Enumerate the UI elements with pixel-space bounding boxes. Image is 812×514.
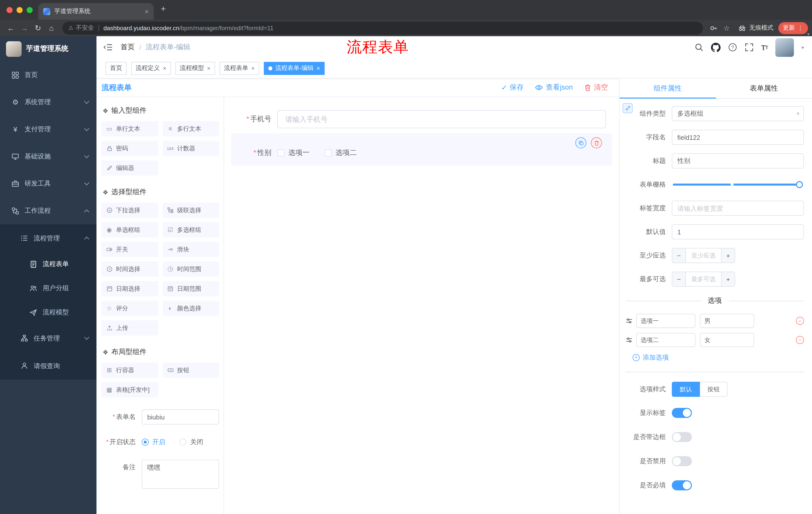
toolbar-caret-icon[interactable]: ▾ (807, 32, 810, 37)
tab-component-props[interactable]: 组件属性 (619, 78, 716, 98)
update-browser-button[interactable]: 更新 ⋮ (778, 22, 808, 34)
search-icon[interactable] (694, 43, 703, 52)
sidebar-item-payment[interactable]: ¥ 支付管理 (0, 116, 96, 143)
copy-field-button[interactable] (575, 137, 586, 148)
browser-tab[interactable]: 芋道管理系统 × (38, 3, 154, 20)
sidebar-item-process-model[interactable]: 流程模型 (0, 300, 96, 324)
sidebar-item-devtools[interactable]: 研发工具 (0, 170, 96, 197)
stepper-increase-button[interactable]: + (721, 248, 735, 263)
style-button-button[interactable]: 按钮 (700, 382, 728, 397)
palette-item-row-container[interactable]: ⊞ 行容器 (102, 362, 158, 378)
min-input[interactable] (686, 248, 721, 263)
required-switch[interactable] (672, 480, 692, 490)
option2-value-input[interactable] (700, 333, 754, 347)
palette-item-color-picker[interactable]: ◐ 颜色选择 (163, 301, 219, 316)
gender-option-2[interactable]: 选项二 (325, 148, 357, 157)
option2-label-input[interactable] (636, 333, 695, 347)
sidebar-item-user-groups[interactable]: 用户分组 (0, 276, 96, 300)
bookmark-star-icon[interactable]: ☆ (720, 24, 733, 32)
fullscreen-icon[interactable] (745, 43, 753, 52)
max-input[interactable] (686, 272, 721, 286)
forward-button[interactable]: → (18, 24, 31, 32)
tag-close-icon[interactable]: × (317, 65, 320, 71)
sidebar-item-task-management[interactable]: 任务管理 (0, 324, 96, 352)
palette-item-rate[interactable]: ☆ 评分 (102, 301, 158, 316)
palette-item-dropdown[interactable]: 下拉选择 (102, 203, 158, 218)
back-button[interactable]: ← (4, 24, 18, 32)
field-phone[interactable]: *手机号 (231, 110, 612, 128)
palette-item-editor[interactable]: 编辑器 (102, 160, 158, 175)
show-label-switch[interactable] (672, 408, 692, 418)
palette-item-password[interactable]: 密码 (102, 141, 158, 156)
title-input[interactable] (672, 154, 804, 168)
clear-button[interactable]: 清空 (584, 83, 608, 92)
border-switch[interactable] (672, 432, 692, 442)
option1-value-input[interactable] (700, 314, 754, 328)
tag-process-form[interactable]: 流程表单 × (220, 62, 259, 75)
save-button[interactable]: ✓ 保存 (501, 83, 524, 92)
link-icon[interactable] (622, 103, 633, 113)
tag-home[interactable]: 首页 (106, 62, 127, 75)
user-avatar[interactable] (775, 38, 794, 57)
stepper-decrease-button[interactable]: − (672, 272, 686, 286)
form-remark-textarea[interactable]: 嘿嘿 (142, 460, 219, 489)
component-type-select[interactable] (672, 106, 804, 121)
sidebar-logo[interactable]: 芋道管理系统 (0, 36, 96, 61)
font-size-icon[interactable]: TT (761, 43, 768, 52)
form-name-input[interactable] (142, 409, 219, 425)
window-close-button[interactable] (6, 7, 12, 13)
palette-item-single-text[interactable]: ▭ 单行文本 (102, 121, 158, 136)
phone-input[interactable] (278, 110, 606, 128)
avatar-caret-icon[interactable]: ▾ (802, 45, 804, 50)
palette-item-radio-group[interactable]: ◉ 单选框组 (102, 222, 158, 237)
window-minimize-button[interactable] (17, 7, 23, 13)
sidebar-fold-icon[interactable] (104, 43, 113, 51)
field-gender-selected[interactable]: *性别 选项一 选项二 (231, 133, 612, 165)
sidebar-item-infrastructure[interactable]: 基础设施 (0, 143, 96, 170)
style-default-button[interactable]: 默认 (672, 382, 700, 397)
sidebar-item-workflow[interactable]: 工作流程 (0, 197, 96, 224)
sidebar-item-system[interactable]: ⚙ 系统管理 (0, 88, 96, 116)
field-name-input[interactable] (672, 130, 804, 145)
drag-handle-icon[interactable] (626, 317, 633, 324)
view-json-button[interactable]: 查看json (535, 83, 573, 92)
palette-item-counter[interactable]: 123 计数器 (163, 141, 219, 156)
tag-close-icon[interactable]: × (251, 65, 255, 71)
palette-item-cascader[interactable]: 级联选择 (163, 203, 219, 218)
palette-item-checkbox-group[interactable]: ☑ 多选框组 (163, 222, 219, 237)
remove-option-button[interactable]: − (796, 336, 804, 344)
new-tab-button[interactable]: + (161, 4, 166, 13)
stepper-increase-button[interactable]: + (721, 272, 735, 286)
grid-slider[interactable] (672, 177, 804, 192)
slider-handle[interactable] (796, 181, 803, 188)
address-bar[interactable]: ⚠ 不安全 dashboard.yudao.iocoder.cn /bpm/ma… (62, 21, 703, 34)
drag-handle-icon[interactable] (626, 336, 633, 344)
palette-item-slider[interactable]: 滑块 (163, 242, 219, 257)
palette-item-upload[interactable]: 上传 (102, 320, 158, 335)
tag-process-form-edit[interactable]: 流程表单-编辑 × (264, 62, 325, 75)
tab-close-icon[interactable]: × (145, 8, 149, 15)
reload-button[interactable]: ↻ (31, 24, 45, 32)
palette-item-time-picker[interactable]: 时间选择 (102, 262, 158, 277)
status-radio-off[interactable]: 关闭 (180, 435, 203, 450)
sidebar-item-home[interactable]: 首页 (0, 61, 96, 88)
palette-item-date-picker[interactable]: 日期选择 (102, 281, 158, 296)
sidebar-item-process-form[interactable]: 流程表单 (0, 252, 96, 276)
palette-item-button[interactable]: 按钮 (163, 362, 219, 378)
sidebar-item-leave-query[interactable]: 请假查询 (0, 352, 96, 380)
home-button[interactable]: ⌂ (45, 24, 58, 32)
delete-field-button[interactable] (591, 137, 602, 148)
remove-option-button[interactable]: − (796, 317, 804, 325)
help-icon[interactable]: ? (728, 43, 737, 52)
add-option-button[interactable]: + 添加选项 (633, 353, 804, 362)
window-zoom-button[interactable] (27, 7, 33, 13)
github-icon[interactable] (711, 43, 720, 52)
option1-label-input[interactable] (636, 314, 695, 328)
palette-item-switch[interactable]: 开关 (102, 242, 158, 257)
tag-process-model[interactable]: 流程模型 × (175, 62, 215, 75)
label-width-input[interactable] (672, 201, 804, 216)
form-canvas[interactable]: *手机号 (224, 97, 619, 514)
tag-close-icon[interactable]: × (163, 65, 166, 71)
breadcrumb-home[interactable]: 首页 (121, 43, 135, 52)
tag-process-definition[interactable]: 流程定义 × (131, 62, 171, 75)
